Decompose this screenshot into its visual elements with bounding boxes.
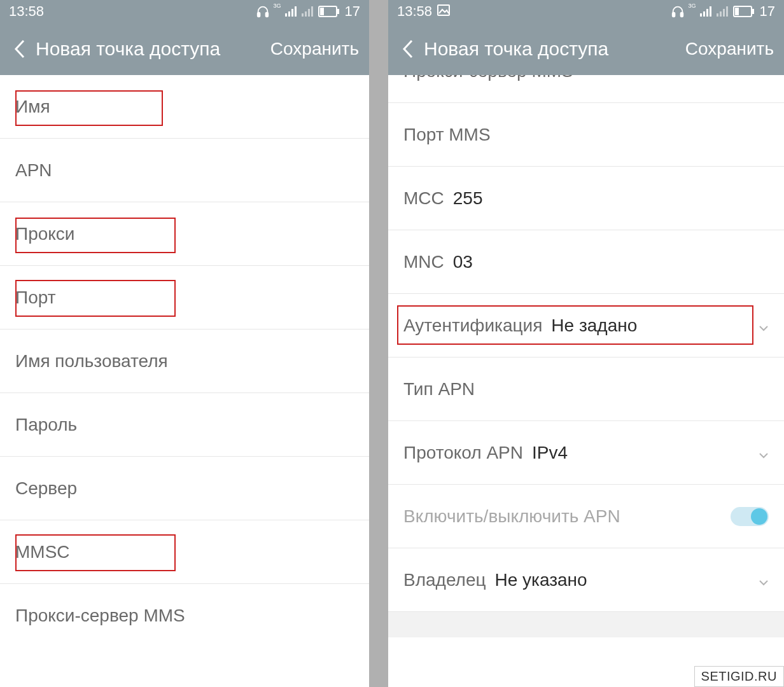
row-clipped-mms-proxy[interactable]: Прокси-сервер MMS [388, 75, 784, 103]
row-label: Владелец [403, 570, 486, 590]
chevron-down-icon [759, 316, 769, 336]
row-label: Прокси-сервер MMS [15, 606, 185, 626]
title-bar: Новая точка доступа Сохранить [388, 23, 784, 75]
row-mnc[interactable]: MNC 03 [388, 230, 784, 294]
row-apn[interactable]: APN [0, 139, 369, 202]
chevron-down-icon [759, 443, 769, 463]
row-label: Прокси [15, 224, 74, 244]
network-3g-icon: 3G [274, 3, 281, 9]
row-label: Тип APN [403, 379, 475, 399]
row-username[interactable]: Имя пользователя [0, 330, 369, 393]
phone-screen-right: 13:58 3G 17 Новая точка доступа Сохранит… [388, 0, 784, 687]
row-apn-protocol[interactable]: Протокол APN IPv4 [388, 421, 784, 485]
row-label: Имя [15, 97, 50, 117]
row-label: APN [15, 160, 52, 181]
row-label: Протокол APN [403, 443, 523, 463]
page-title: Новая точка доступа [424, 38, 685, 60]
row-label: MCC [403, 188, 444, 209]
row-password[interactable]: Пароль [0, 393, 369, 457]
row-label: MNC [403, 252, 444, 272]
row-label: Пароль [15, 415, 77, 435]
status-bar: 13:58 3G 17 [0, 0, 369, 23]
back-button[interactable] [5, 35, 33, 63]
row-label: Порт MMS [403, 125, 491, 145]
row-label: Аутентификация [403, 316, 542, 336]
svg-rect-1 [265, 13, 268, 17]
row-value: IPv4 [532, 443, 568, 463]
save-button[interactable]: Сохранить [270, 39, 359, 59]
row-value: 03 [453, 252, 473, 272]
row-label: MMSC [15, 542, 70, 562]
save-button[interactable]: Сохранить [685, 39, 774, 59]
svg-rect-10 [735, 8, 739, 15]
back-button[interactable] [393, 35, 421, 63]
battery-icon [733, 6, 755, 17]
svg-rect-0 [257, 13, 260, 17]
headphones-icon [671, 4, 685, 18]
row-port[interactable]: Порт [0, 266, 369, 330]
chevron-down-icon [759, 570, 769, 590]
signal-icon [285, 6, 298, 17]
svg-rect-6 [672, 13, 675, 17]
signal-icon [700, 6, 713, 17]
page-title: Новая точка доступа [36, 38, 270, 60]
toggle-switch[interactable] [731, 507, 769, 526]
watermark: SETIGID.RU [694, 666, 784, 687]
row-owner[interactable]: Владелец Не указано [388, 548, 784, 612]
phone-screen-left: 13:58 3G 17 Новая точка доступа Сохранит… [0, 0, 369, 687]
network-3g-icon: 3G [689, 3, 696, 9]
row-label: Сервер [15, 478, 77, 499]
row-mcc[interactable]: MCC 255 [388, 167, 784, 230]
row-auth[interactable]: Аутентификация Не задано [388, 294, 784, 357]
row-mms-port[interactable]: Порт MMS [388, 103, 784, 167]
svg-rect-3 [337, 9, 339, 14]
row-value: 255 [453, 188, 483, 209]
status-time: 13:58 [9, 3, 44, 20]
row-value: Не указано [495, 570, 587, 590]
signal-icon-sim2 [717, 6, 729, 17]
row-mmsc[interactable]: MMSC [0, 520, 369, 584]
image-icon [437, 3, 450, 20]
status-time: 13:58 [397, 3, 432, 20]
row-mms-proxy[interactable]: Прокси-сервер MMS [0, 584, 369, 648]
headphones-icon [256, 4, 270, 18]
signal-icon-sim2 [302, 6, 314, 17]
list-footer-spacer [388, 612, 784, 637]
row-apn-toggle[interactable]: Включить/выключить APN [388, 485, 784, 548]
row-proxy[interactable]: Прокси [0, 202, 369, 266]
battery-percent: 17 [760, 3, 775, 20]
svg-rect-9 [752, 9, 754, 14]
row-value: Не задано [551, 316, 637, 336]
row-label: Включить/выключить APN [403, 506, 620, 527]
row-apn-type[interactable]: Тип APN [388, 357, 784, 421]
row-label: Порт [15, 288, 55, 308]
battery-icon [318, 6, 340, 17]
settings-list-left: Имя APN Прокси Порт Имя пользователя Пар… [0, 75, 369, 648]
svg-rect-7 [680, 13, 683, 17]
settings-list-right: Прокси-сервер MMS Порт MMS MCC 255 MNC 0… [388, 75, 784, 637]
row-label: Имя пользователя [15, 351, 168, 371]
title-bar: Новая точка доступа Сохранить [0, 23, 369, 75]
status-bar: 13:58 3G 17 [388, 0, 784, 23]
svg-rect-4 [320, 8, 324, 15]
row-label: Прокси-сервер MMS [403, 75, 573, 81]
row-name[interactable]: Имя [0, 75, 369, 139]
battery-percent: 17 [345, 3, 360, 20]
row-server[interactable]: Сервер [0, 457, 369, 520]
